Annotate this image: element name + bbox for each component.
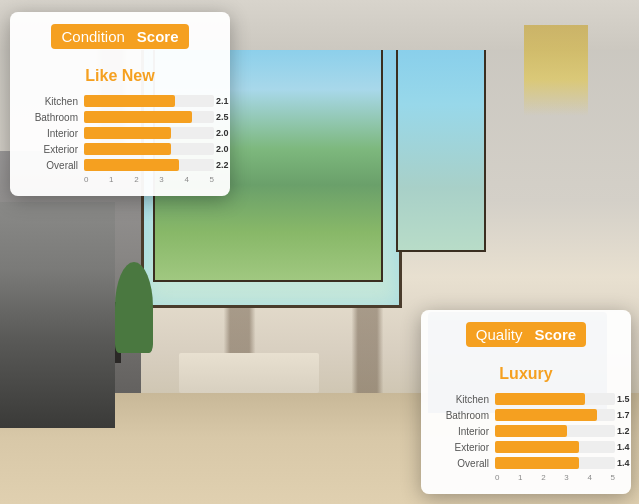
chart-row: Exterior1.4 xyxy=(437,441,615,453)
condition-score-card: Condition Score Like New Kitchen2.1Bathr… xyxy=(10,12,230,196)
bar-value: 1.7 xyxy=(617,410,630,420)
condition-label-score: Score xyxy=(137,28,179,45)
chart-row-label: Overall xyxy=(437,458,489,469)
chart-row: Interior2.0 xyxy=(26,127,214,139)
bar-container: 2.0 xyxy=(84,127,214,139)
axis-tick: 1 xyxy=(109,175,113,184)
bar-container: 2.5 xyxy=(84,111,214,123)
quality-header-wrapper: Quality Score xyxy=(437,322,615,357)
condition-chart-area: Kitchen2.1Bathroom2.5Interior2.0Exterior… xyxy=(26,95,214,171)
chart-row-label: Exterior xyxy=(26,144,78,155)
chart-row-label: Exterior xyxy=(437,442,489,453)
bar-value: 2.0 xyxy=(216,144,229,154)
bar-fill xyxy=(495,457,579,469)
bar-fill xyxy=(84,111,192,123)
axis-tick: 1 xyxy=(518,473,522,482)
quality-card-title: Luxury xyxy=(437,365,615,383)
chart-row: Exterior2.0 xyxy=(26,143,214,155)
bar-container: 1.4 xyxy=(495,441,615,453)
axis-tick: 2 xyxy=(541,473,545,482)
bar-value: 2.2 xyxy=(216,160,229,170)
bar-value: 1.5 xyxy=(617,394,630,404)
bar-value: 1.4 xyxy=(617,458,630,468)
axis-tick: 4 xyxy=(587,473,591,482)
bar-value: 2.0 xyxy=(216,128,229,138)
chart-row-label: Kitchen xyxy=(26,96,78,107)
bar-container: 1.4 xyxy=(495,457,615,469)
chart-row: Overall1.4 xyxy=(437,457,615,469)
condition-card-title: Like New xyxy=(26,67,214,85)
bar-container: 2.1 xyxy=(84,95,214,107)
quality-axis: 012345 xyxy=(495,473,615,482)
chart-row: Bathroom1.7 xyxy=(437,409,615,421)
bar-container: 1.5 xyxy=(495,393,615,405)
bar-fill xyxy=(84,127,171,139)
bar-fill xyxy=(84,143,171,155)
quality-label-regular: Quality xyxy=(476,326,523,343)
condition-header-wrapper: Condition Score xyxy=(26,24,214,59)
chart-row-label: Bathroom xyxy=(26,112,78,123)
chart-row-label: Kitchen xyxy=(437,394,489,405)
chart-row: Kitchen1.5 xyxy=(437,393,615,405)
bar-fill xyxy=(495,441,579,453)
axis-tick: 5 xyxy=(210,175,214,184)
bar-value: 1.2 xyxy=(617,426,630,436)
bar-fill xyxy=(495,425,567,437)
bar-container: 2.0 xyxy=(84,143,214,155)
chart-row-label: Interior xyxy=(437,426,489,437)
axis-tick: 3 xyxy=(564,473,568,482)
chart-row-label: Interior xyxy=(26,128,78,139)
axis-tick: 5 xyxy=(611,473,615,482)
axis-tick: 3 xyxy=(159,175,163,184)
condition-axis: 012345 xyxy=(84,175,214,184)
quality-chart-area: Kitchen1.5Bathroom1.7Interior1.2Exterior… xyxy=(437,393,615,469)
quality-card-header: Quality Score xyxy=(466,322,586,347)
chart-row: Kitchen2.1 xyxy=(26,95,214,107)
condition-card-header: Condition Score xyxy=(51,24,188,49)
bar-container: 1.2 xyxy=(495,425,615,437)
axis-tick: 4 xyxy=(184,175,188,184)
bar-fill xyxy=(84,159,179,171)
bar-fill xyxy=(84,95,175,107)
chart-row: Interior1.2 xyxy=(437,425,615,437)
bar-container: 2.2 xyxy=(84,159,214,171)
axis-labels: 012345 xyxy=(495,473,615,482)
chart-row: Overall2.2 xyxy=(26,159,214,171)
quality-label-score: Score xyxy=(534,326,576,343)
axis-labels: 012345 xyxy=(84,175,214,184)
quality-score-card: Quality Score Luxury Kitchen1.5Bathroom1… xyxy=(421,310,631,494)
axis-tick: 0 xyxy=(495,473,499,482)
condition-label-regular: Condition xyxy=(61,28,124,45)
bar-fill xyxy=(495,393,585,405)
chart-row-label: Bathroom xyxy=(437,410,489,421)
bar-fill xyxy=(495,409,597,421)
bar-value: 2.5 xyxy=(216,112,229,122)
bar-value: 2.1 xyxy=(216,96,229,106)
bar-value: 1.4 xyxy=(617,442,630,452)
chart-row: Bathroom2.5 xyxy=(26,111,214,123)
axis-tick: 2 xyxy=(134,175,138,184)
chart-row-label: Overall xyxy=(26,160,78,171)
axis-tick: 0 xyxy=(84,175,88,184)
bar-container: 1.7 xyxy=(495,409,615,421)
